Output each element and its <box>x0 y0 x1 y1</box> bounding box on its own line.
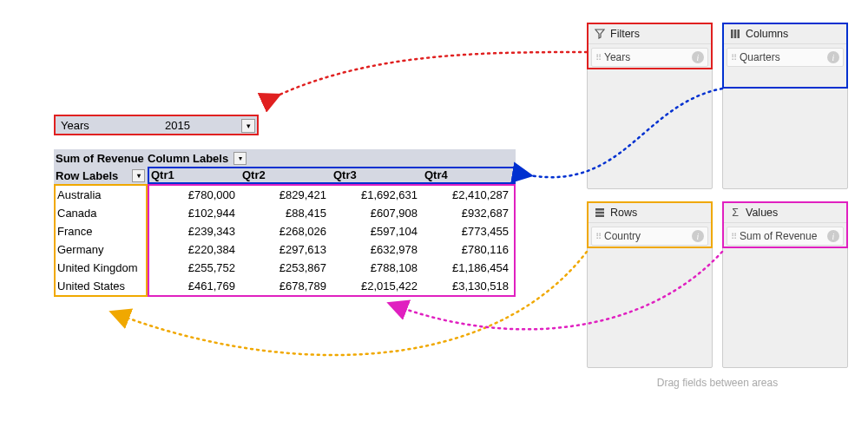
filter-dropdown-icon[interactable]: ▾ <box>241 119 255 133</box>
filters-header: Filters <box>588 23 712 44</box>
row-labels-dropdown-icon[interactable]: ▾ <box>132 169 145 182</box>
filters-item-years[interactable]: ⠿ Years i <box>591 48 708 67</box>
table-row: £461,769 £678,789 £2,015,422 £3,130,518 <box>149 277 514 295</box>
row-labels-column: Australia Canada France Germany United K… <box>54 184 148 297</box>
values-item-sum-revenue[interactable]: ⠿ Sum of Revenue i <box>727 227 844 246</box>
columns-item-quarters[interactable]: ⠿ Quarters i <box>727 48 844 67</box>
values-area[interactable]: Σ Values ⠿ Sum of Revenue i <box>722 201 848 368</box>
rows-area[interactable]: Rows ⠿ Country i <box>587 201 713 368</box>
grip-icon: ⠿ <box>595 232 601 241</box>
data-cell[interactable]: £773,455 <box>423 222 514 240</box>
info-icon[interactable]: i <box>827 230 839 242</box>
row-label[interactable]: United States <box>56 277 146 295</box>
svg-rect-4 <box>595 211 604 214</box>
data-cell[interactable]: £788,108 <box>332 259 423 277</box>
funnel-icon <box>593 29 607 39</box>
data-cell[interactable]: £461,769 <box>149 277 240 295</box>
info-icon[interactable]: i <box>827 51 839 63</box>
data-cell[interactable]: £3,130,518 <box>423 277 514 295</box>
data-cell[interactable]: £253,867 <box>240 259 332 277</box>
row-label[interactable]: Germany <box>56 240 146 259</box>
data-cell[interactable]: £1,692,631 <box>332 186 423 204</box>
data-cell[interactable]: £829,421 <box>240 186 332 204</box>
data-cell[interactable]: £780,000 <box>149 186 240 204</box>
columns-icon <box>728 29 742 39</box>
data-cell[interactable]: £220,384 <box>149 240 240 259</box>
row-labels-label: Row Labels ▾ <box>54 169 148 182</box>
data-cell[interactable]: £88,415 <box>240 204 332 222</box>
svg-rect-0 <box>731 30 733 38</box>
filter-value: 2015 <box>165 119 190 132</box>
data-cell[interactable]: £2,015,422 <box>332 277 423 295</box>
qtr-header[interactable]: Qtr2 <box>240 168 332 182</box>
data-cell[interactable]: £678,789 <box>240 277 332 295</box>
filters-area[interactable]: Filters ⠿ Years i <box>587 23 713 189</box>
quarter-headers: Qtr1 Qtr2 Qtr3 Qtr4 <box>148 167 516 184</box>
column-labels-dropdown-icon[interactable]: ▾ <box>233 152 247 165</box>
data-cell[interactable]: £255,752 <box>149 259 240 277</box>
sigma-icon: Σ <box>728 207 742 219</box>
filter-bar[interactable]: Years 2015 ▾ <box>54 115 259 135</box>
qtr-header[interactable]: Qtr4 <box>423 168 514 182</box>
data-cell[interactable]: £932,687 <box>423 204 514 222</box>
data-cell[interactable]: £607,908 <box>332 204 423 222</box>
data-cell[interactable]: £597,104 <box>332 222 423 240</box>
info-icon[interactable]: i <box>692 230 704 242</box>
data-cell[interactable]: £1,186,454 <box>423 259 514 277</box>
row-label[interactable]: United Kingdom <box>56 259 146 277</box>
svg-rect-3 <box>595 208 604 211</box>
table-row: £239,343 £268,026 £597,104 £773,455 <box>149 222 514 240</box>
columns-area[interactable]: Columns ⠿ Quarters i <box>722 23 848 189</box>
sum-of-revenue-label: Sum of Revenue <box>54 152 148 165</box>
drag-fields-hint: Drag fields between areas <box>587 377 848 389</box>
rows-item-country[interactable]: ⠿ Country i <box>591 227 708 246</box>
table-row: £780,000 £829,421 £1,692,631 £2,410,287 <box>149 186 514 204</box>
pivot-table: Sum of Revenue Column Labels ▾ Row Label… <box>54 149 516 297</box>
row-label[interactable]: France <box>56 222 146 240</box>
data-cell[interactable]: £632,978 <box>332 240 423 259</box>
values-header: Σ Values <box>723 202 847 223</box>
svg-rect-1 <box>734 30 737 38</box>
table-row: £102,944 £88,415 £607,908 £932,687 <box>149 204 514 222</box>
table-row: £220,384 £297,613 £632,978 £780,116 <box>149 240 514 259</box>
grip-icon: ⠿ <box>731 53 736 62</box>
grip-icon: ⠿ <box>731 232 736 241</box>
grip-icon: ⠿ <box>595 53 601 62</box>
columns-header: Columns <box>723 23 847 44</box>
data-cell[interactable]: £780,116 <box>423 240 514 259</box>
rows-header: Rows <box>588 202 712 223</box>
svg-rect-5 <box>595 214 604 217</box>
row-label[interactable]: Canada <box>56 204 146 222</box>
column-labels-label: Column Labels <box>148 152 228 165</box>
filter-field-label: Years <box>61 119 165 132</box>
qtr-header[interactable]: Qtr1 <box>149 168 240 182</box>
row-label[interactable]: Australia <box>56 186 146 204</box>
info-icon[interactable]: i <box>692 51 704 63</box>
data-cell[interactable]: £2,410,287 <box>423 186 514 204</box>
data-cell[interactable]: £102,944 <box>149 204 240 222</box>
data-cell[interactable]: £239,343 <box>149 222 240 240</box>
table-row: £255,752 £253,867 £788,108 £1,186,454 <box>149 259 514 277</box>
data-grid: £780,000 £829,421 £1,692,631 £2,410,287 … <box>148 184 516 297</box>
data-cell[interactable]: £268,026 <box>240 222 332 240</box>
rows-icon <box>593 207 607 218</box>
qtr-header[interactable]: Qtr3 <box>332 168 423 182</box>
data-cell[interactable]: £297,613 <box>240 240 332 259</box>
svg-rect-2 <box>738 30 740 38</box>
